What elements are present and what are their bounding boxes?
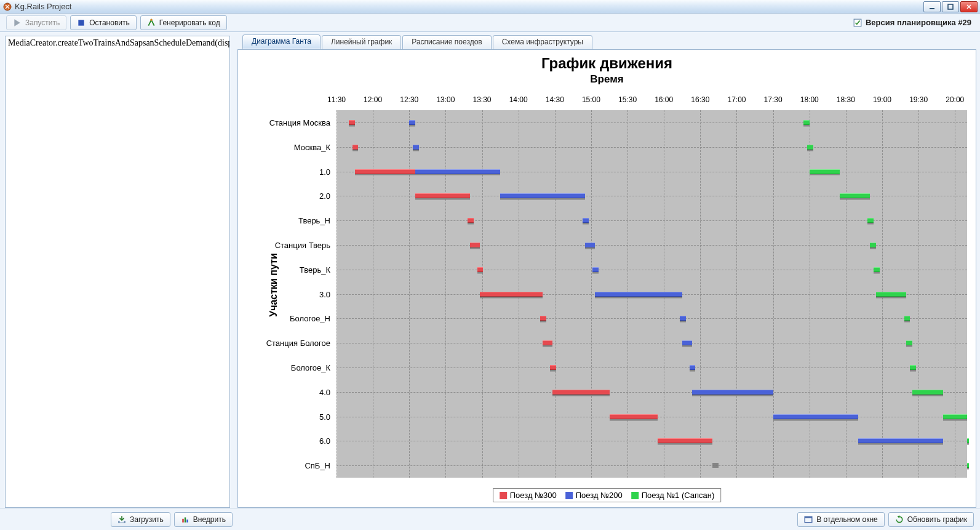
- chart-x-axis-label: Время: [238, 73, 976, 86]
- y-category: 3.0: [319, 289, 330, 299]
- gantt-bar[interactable]: [610, 414, 658, 419]
- deploy-icon: [181, 515, 189, 524]
- gantt-bar[interactable]: [415, 169, 500, 174]
- stop-icon: [77, 18, 86, 27]
- gantt-bar[interactable]: [967, 463, 969, 468]
- gantt-bar[interactable]: [500, 193, 585, 198]
- tab-2[interactable]: Расписание поездов: [402, 35, 491, 50]
- gantt-bar[interactable]: [906, 340, 912, 345]
- gantt-bar[interactable]: [692, 390, 773, 395]
- x-tick: 19:00: [873, 95, 891, 104]
- x-tick: 14:30: [546, 95, 564, 104]
- gantt-bar[interactable]: [682, 340, 692, 345]
- left-panel: [0, 32, 235, 508]
- deploy-button[interactable]: Внедрить: [174, 512, 233, 527]
- gantt-bar[interactable]: [840, 193, 870, 198]
- gantt-bar[interactable]: [480, 292, 543, 297]
- plot-area[interactable]: [337, 110, 967, 478]
- legend-swatch: [500, 492, 507, 499]
- refresh-chart-button[interactable]: Обновить график: [888, 512, 974, 527]
- open-window-button[interactable]: В отдельном окне: [797, 512, 885, 527]
- planner-version-label: Версия планировщика #29: [853, 18, 974, 27]
- chart-title: График движения: [238, 50, 976, 73]
- window-close-button[interactable]: [960, 1, 978, 12]
- gantt-bar[interactable]: [867, 218, 874, 223]
- load-button-label: Загрузить: [130, 515, 164, 524]
- stop-button[interactable]: Остановить: [70, 15, 137, 30]
- gantt-bar[interactable]: [543, 340, 552, 345]
- gantt-bar[interactable]: [585, 243, 595, 247]
- gantt-bar[interactable]: [858, 438, 943, 443]
- gantt-bar[interactable]: [413, 145, 419, 150]
- gantt-bar[interactable]: [876, 292, 906, 297]
- version-icon: [853, 18, 862, 27]
- gantt-bar[interactable]: [468, 218, 474, 223]
- x-tick: 11:30: [327, 95, 346, 104]
- load-icon: [118, 515, 126, 524]
- gantt-bar[interactable]: [967, 438, 969, 443]
- gantt-bar[interactable]: [680, 316, 686, 321]
- gantt-bar[interactable]: [550, 365, 556, 370]
- gantt-bar[interactable]: [552, 390, 610, 395]
- y-category: Москва_К: [294, 142, 330, 151]
- gantt-bar[interactable]: [592, 267, 599, 272]
- gantt-bar[interactable]: [870, 243, 876, 247]
- gantt-bar[interactable]: [349, 120, 355, 125]
- gantt-bar[interactable]: [470, 243, 480, 247]
- legend-swatch: [631, 492, 639, 499]
- window-title: Kg.Rails Project: [15, 2, 71, 11]
- x-tick: 17:00: [727, 95, 746, 104]
- gantt-bar[interactable]: [943, 414, 967, 419]
- refresh-icon: [895, 515, 904, 524]
- tab-3[interactable]: Схема инфраструктуры: [493, 35, 592, 50]
- run-button[interactable]: Запустить: [6, 15, 66, 30]
- gantt-bar[interactable]: [355, 169, 416, 174]
- x-tick: 19:30: [909, 95, 928, 104]
- x-tick: 16:00: [655, 95, 673, 104]
- right-panel: Диаграмма ГантаЛинейный графикРасписание…: [235, 32, 980, 508]
- gantt-bar[interactable]: [409, 120, 415, 125]
- x-tick: 17:30: [764, 95, 783, 104]
- svg-rect-6: [182, 518, 183, 522]
- window-minimize-button[interactable]: [923, 1, 941, 12]
- gantt-bar[interactable]: [904, 316, 910, 321]
- window-titlebar: Kg.Rails Project: [0, 0, 980, 14]
- gantt-bar[interactable]: [540, 316, 546, 321]
- gantt-bar[interactable]: [415, 193, 470, 198]
- gantt-bar[interactable]: [912, 390, 942, 395]
- load-button[interactable]: Загрузить: [111, 512, 170, 527]
- y-category: Тверь_К: [300, 265, 330, 274]
- legend-item[interactable]: Поезд №200: [565, 491, 623, 500]
- generate-icon: [147, 18, 156, 27]
- gantt-bar[interactable]: [658, 438, 712, 443]
- gantt-bar[interactable]: [874, 267, 880, 272]
- generate-code-button[interactable]: Генерировать код: [140, 15, 227, 30]
- gantt-bar[interactable]: [810, 169, 840, 174]
- svg-rect-3: [79, 20, 84, 25]
- bottom-toolbar: Загрузить Внедрить В отдельном окне Обно…: [0, 508, 980, 530]
- run-button-label: Запустить: [25, 18, 60, 27]
- gantt-bar[interactable]: [595, 292, 682, 297]
- gantt-bar[interactable]: [803, 120, 810, 125]
- tab-1[interactable]: Линейный график: [322, 35, 401, 50]
- gantt-bar[interactable]: [690, 365, 696, 370]
- window-maximize-button[interactable]: [942, 1, 959, 12]
- code-editor[interactable]: [5, 36, 230, 508]
- gantt-bar[interactable]: [583, 218, 589, 223]
- tab-0[interactable]: Диаграмма Ганта: [242, 34, 321, 49]
- x-tick: 18:30: [837, 95, 855, 104]
- legend-item[interactable]: Поезд №300: [500, 491, 557, 500]
- gantt-bar[interactable]: [773, 414, 858, 419]
- y-category: 2.0: [319, 191, 330, 201]
- svg-point-4: [150, 18, 153, 20]
- gantt-bar[interactable]: [807, 145, 813, 150]
- gantt-shadow: [712, 463, 719, 468]
- tabs: Диаграмма ГантаЛинейный графикРасписание…: [237, 34, 976, 49]
- y-category: 1.0: [319, 167, 330, 176]
- gantt-bar[interactable]: [353, 145, 359, 150]
- gantt-bar[interactable]: [910, 365, 916, 370]
- legend-item[interactable]: Поезд №1 (Сапсан): [631, 491, 715, 500]
- x-tick: 18:00: [800, 95, 819, 104]
- gantt-bar[interactable]: [477, 267, 484, 272]
- y-category: Станция Бологое: [266, 339, 330, 348]
